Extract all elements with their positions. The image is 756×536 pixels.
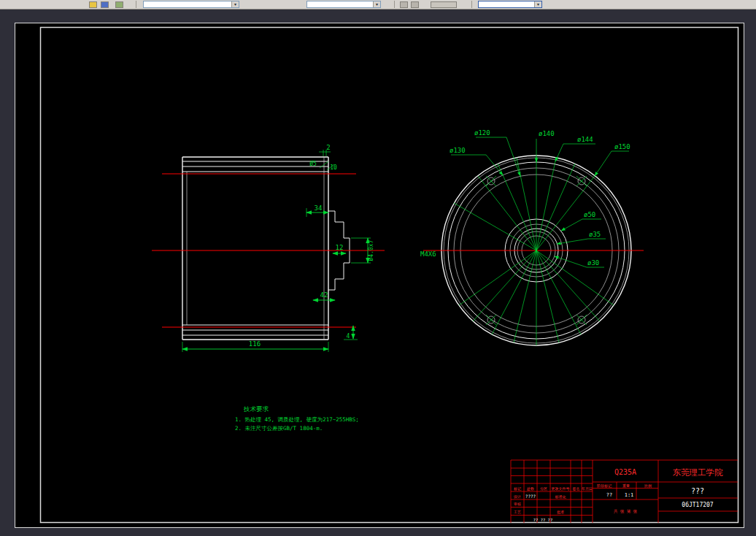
chevron-down-icon: ▾ xyxy=(373,1,380,7)
dim-style-combo[interactable]: ▾ xyxy=(478,1,542,8)
tech-req-line1: 1. 热处理 45, 调质处理, 硬度为217~255HBS; xyxy=(235,416,359,423)
save-icon[interactable] xyxy=(101,1,109,8)
chevron-down-icon: ▾ xyxy=(231,1,239,7)
standardize-label: 标准化 xyxy=(555,494,566,499)
check-label: 审核 xyxy=(514,502,521,506)
cad-window: 2 Ø5 10 34 Ø4.0x7 12 42 116 4 M4X6 xyxy=(0,0,756,536)
dim-phi130-label: ø130 xyxy=(450,147,466,154)
tech-req-line2: 2. 未注尺寸公差按GB/T 1804-m. xyxy=(235,425,323,432)
text-tool-icon[interactable] xyxy=(411,1,419,8)
dates-value: ?? ?? ?? xyxy=(533,518,553,522)
open-icon[interactable] xyxy=(89,1,97,8)
scale-value: 1:1 xyxy=(625,492,634,498)
chevron-down-icon: ▾ xyxy=(534,1,541,7)
dim-116-label: 116 xyxy=(249,340,261,348)
hdr-zone-label: 分区 xyxy=(540,486,547,491)
tech-req-title: 技术要求 xyxy=(243,405,269,413)
hdr-date-label: 年月日 xyxy=(582,486,593,491)
material-label: Q235A xyxy=(614,468,636,476)
drawing-number-value: 06JT17207 xyxy=(682,502,714,508)
weight-value: ?? xyxy=(606,492,612,498)
dim-phi30-label: ø30 xyxy=(587,259,599,267)
organization-label: 东莞理工学院 xyxy=(673,467,724,478)
toolbar-separator xyxy=(471,1,472,8)
dimension-tool-icon[interactable] xyxy=(400,1,408,8)
dim-10-label: 10 xyxy=(330,164,337,171)
hdr-change-label: 更改文件号 xyxy=(552,486,570,491)
process-label: 工艺 xyxy=(514,510,521,514)
stage-label: 阶段标记 xyxy=(597,483,612,489)
hdr-count-label: 处数 xyxy=(527,486,534,491)
print-icon[interactable] xyxy=(115,1,123,8)
dim-phi50-label: ø50 xyxy=(584,211,595,218)
annotate-button[interactable] xyxy=(431,1,457,8)
dim-4-label: 4 xyxy=(347,333,350,340)
toolbar-separator xyxy=(136,1,136,8)
design-value: ???? xyxy=(525,494,536,499)
dim-34-label: 34 xyxy=(315,204,323,212)
dim-phi4-label: Ø4.0x7 xyxy=(367,240,374,261)
dim-2-label: 2 xyxy=(326,144,330,151)
dim-m4x6-label: M4X6 xyxy=(420,250,436,258)
dim-phi150-label: ø150 xyxy=(614,143,630,150)
design-label: 设计 xyxy=(513,494,521,499)
style-combo[interactable]: ▾ xyxy=(306,1,381,8)
dim-42-label: 42 xyxy=(320,291,328,299)
dim-phi120-label: ø120 xyxy=(474,129,490,137)
drawing-sheet xyxy=(15,23,744,528)
approve-label: 批准 xyxy=(557,510,564,515)
dim-phi140-label: ø140 xyxy=(539,130,555,137)
drawing-canvas[interactable]: 2 Ø5 10 34 Ø4.0x7 12 42 116 4 M4X6 xyxy=(0,0,756,536)
hdr-mark-label: 标记 xyxy=(513,486,521,491)
sheet-info-label: 共 张 第 张 xyxy=(613,509,637,514)
dim-12-label: 12 xyxy=(336,244,344,251)
weight-label: 重量 xyxy=(622,483,630,488)
layer-combo[interactable]: ▾ xyxy=(143,1,239,8)
dim-phi5-label: Ø5 xyxy=(309,160,317,167)
toolbar-separator xyxy=(394,1,395,8)
dim-phi144-label: ø144 xyxy=(577,136,593,143)
scale-label: 比例 xyxy=(644,483,652,489)
dim-phi35-label: ø35 xyxy=(589,231,601,238)
top-toolbar: ▾ ▾ ▾ xyxy=(0,0,756,9)
part-name-value: ??? xyxy=(691,487,704,495)
hdr-sign-label: 签名 xyxy=(573,486,580,491)
